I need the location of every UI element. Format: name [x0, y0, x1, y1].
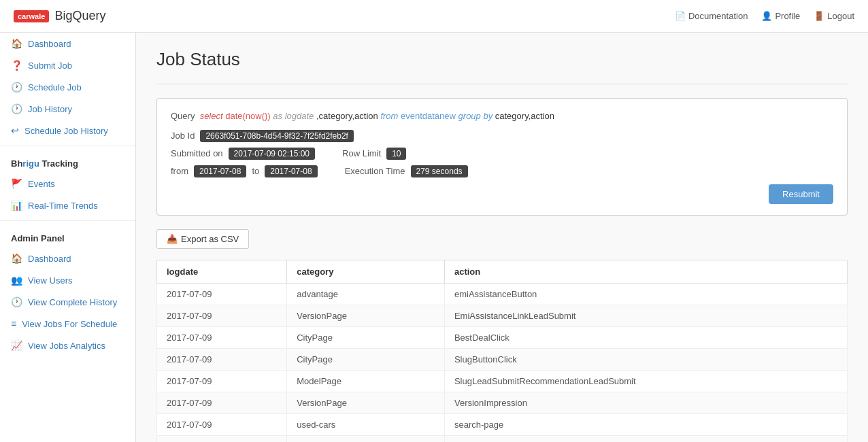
table-cell: 2017-07-09: [157, 326, 287, 348]
query-cols: ,category,action: [316, 111, 380, 121]
events-icon: 🚩: [11, 178, 22, 189]
view-complete-history-icon: 🕐: [11, 296, 22, 307]
sidebar-item-label: Schedule Job: [28, 82, 82, 92]
profile-label: Profile: [775, 11, 800, 21]
page-title: Job Status: [156, 49, 848, 70]
col-category: category: [287, 260, 445, 283]
logout-icon: 🚪: [814, 11, 824, 21]
row-limit-col: Row Limit 10: [342, 148, 406, 160]
section-label-bhrigu: Bhrigu Tracking: [0, 150, 135, 173]
job-info-box: Query select date(now()) as logdate ,cat…: [156, 98, 848, 216]
sidebar-item-admin-dashboard[interactable]: 🏠 Dashboard: [0, 248, 135, 269]
schedule-job-icon: 🕐: [11, 82, 22, 92]
table-cell: CityPage: [287, 326, 445, 348]
export-csv-button[interactable]: 📥 Export as CSV: [156, 229, 249, 249]
view-jobs-analytics-icon: 📈: [11, 340, 22, 351]
table-cell: PQLinkClick: [444, 435, 847, 442]
table-row: 2017-07-09used-carssearch-page: [157, 413, 848, 435]
table-cell: 2017-07-09: [157, 348, 287, 370]
sidebar-item-view-complete-history[interactable]: 🕐 View Complete History: [0, 291, 135, 313]
table-row: 2017-07-09VersionPageVersionImpression: [157, 392, 848, 413]
sidebar-item-label: Events: [28, 179, 55, 189]
sidebar-item-events[interactable]: 🚩 Events: [0, 173, 135, 194]
table-row: 2017-07-09QuotationPagePQLinkClick: [157, 435, 848, 442]
sidebar-item-label: Real-Time Trends: [28, 201, 98, 211]
sidebar-item-job-history[interactable]: 🕐 Job History: [0, 98, 135, 120]
row-limit-badge: 10: [386, 148, 406, 160]
to-badge: 2017-07-08: [265, 165, 317, 177]
logout-link[interactable]: 🚪 Logout: [814, 11, 854, 21]
sidebar-item-label: Job History: [28, 104, 72, 114]
trends-icon: 📊: [11, 200, 22, 211]
brand-logo: carwale: [14, 10, 49, 22]
table-cell: CityPage: [287, 348, 445, 370]
col-logdate: logdate: [157, 260, 287, 283]
query-select-kw: select: [200, 111, 223, 121]
table-cell: VersionPage: [287, 392, 445, 413]
sidebar-divider-2: [0, 220, 135, 221]
job-meta-grid2: from 2017-07-08 to 2017-07-08 Execution …: [171, 165, 833, 177]
table-cell: emiAssistanceButton: [444, 283, 847, 305]
job-id-badge: 2663f051-708b-4d54-9f32-7f25fd2feb2f: [200, 130, 354, 142]
table-cell: EmiAssistanceLinkLeadSubmit: [444, 305, 847, 326]
sidebar-item-view-jobs-analytics[interactable]: 📈 View Jobs Analytics: [0, 335, 135, 356]
table-cell: 2017-07-09: [157, 370, 287, 392]
sidebar-item-schedule-job[interactable]: 🕐 Schedule Job: [0, 76, 135, 98]
table-cell: 2017-07-09: [157, 305, 287, 326]
job-history-icon: 🕐: [11, 103, 22, 114]
table-header-row: logdate category action: [157, 260, 848, 283]
sidebar-item-dashboard[interactable]: 🏠 Dashboard: [0, 33, 135, 54]
from-col: from 2017-07-08 to 2017-07-08: [171, 165, 318, 177]
brand-product: BigQuery: [54, 9, 105, 23]
dashboard-icon: 🏠: [11, 38, 22, 49]
table-row: 2017-07-09CityPageSlugButtonClick: [157, 348, 848, 370]
job-id-row: Job Id 2663f051-708b-4d54-9f32-7f25fd2fe…: [171, 130, 833, 142]
query-fn: date(now()): [225, 111, 270, 121]
table-cell: advantage: [287, 283, 445, 305]
submitted-badge: 2017-07-09 02:15:00: [229, 148, 315, 160]
col-action: action: [444, 260, 847, 283]
from-badge: 2017-07-08: [194, 165, 246, 177]
sidebar-item-view-jobs-for-schedule[interactable]: ≡ View Jobs For Schedule: [0, 313, 135, 335]
export-label: Export as CSV: [181, 234, 239, 244]
query-group-kw: group by: [458, 111, 495, 121]
sidebar-item-label: View Users: [28, 275, 73, 286]
topnav: carwale BigQuery 📄 Documentation 👤 Profi…: [0, 0, 868, 33]
resubmit-row: Resubmit: [171, 184, 833, 204]
sidebar-item-label: View Complete History: [28, 297, 117, 307]
query-alias: logdate: [285, 111, 314, 121]
sidebar-item-submit-job[interactable]: ❓ Submit Job: [0, 54, 135, 76]
documentation-link[interactable]: 📄 Documentation: [675, 11, 748, 21]
submitted-col: Submitted on 2017-07-09 02:15:00: [171, 148, 315, 160]
title-divider: [156, 84, 848, 84]
table-cell: 2017-07-09: [157, 435, 287, 442]
table-cell: VersionPage: [287, 305, 445, 326]
table-row: 2017-07-09CityPageBestDealClick: [157, 326, 848, 348]
sidebar-item-label: View Jobs For Schedule: [22, 319, 117, 329]
sidebar-item-label: Dashboard: [28, 254, 71, 264]
submitted-label: Submitted on: [171, 148, 223, 158]
sidebar-item-view-users[interactable]: 👥 View Users: [0, 269, 135, 291]
resubmit-button[interactable]: Resubmit: [769, 184, 833, 204]
logout-label: Logout: [827, 11, 854, 21]
sidebar-item-schedule-job-history[interactable]: ↩ Schedule Job History: [0, 120, 135, 141]
table-cell: SlugButtonClick: [444, 348, 847, 370]
export-icon: 📥: [167, 234, 178, 244]
profile-link[interactable]: 👤 Profile: [761, 11, 800, 21]
execution-col: Execution Time 279 seconds: [345, 165, 468, 177]
table-row: 2017-07-09advantageemiAssistanceButton: [157, 283, 848, 305]
view-users-icon: 👥: [11, 275, 22, 286]
main-content: Job Status Query select date(now()) as l…: [136, 33, 868, 442]
sidebar-item-real-time-trends[interactable]: 📊 Real-Time Trends: [0, 194, 135, 216]
table-cell: BestDealClick: [444, 326, 847, 348]
table-header: logdate category action: [157, 260, 848, 283]
sidebar-item-label: Dashboard: [28, 39, 71, 49]
execution-label: Execution Time: [345, 166, 405, 176]
to-label: to: [252, 166, 259, 176]
query-table: eventdatanew: [401, 111, 456, 121]
schedule-job-history-icon: ↩: [11, 125, 19, 136]
table-row: 2017-07-09VersionPageEmiAssistanceLinkLe…: [157, 305, 848, 326]
query-label: Query: [171, 111, 195, 121]
results-table: logdate category action 2017-07-09advant…: [156, 260, 848, 443]
table-row: 2017-07-09ModelPageSlugLeadSubmitRecomme…: [157, 370, 848, 392]
